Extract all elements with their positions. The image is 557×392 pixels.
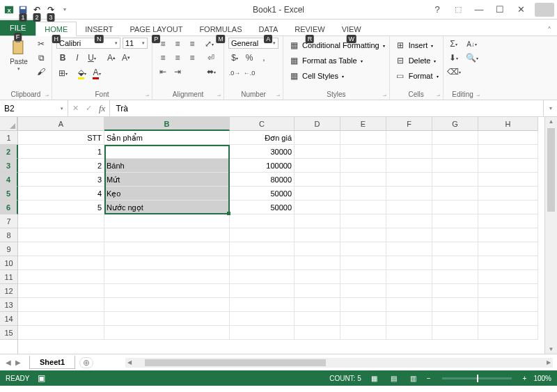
- horizontal-scrollbar[interactable]: ◀ ▶: [125, 358, 553, 368]
- page-layout-view-icon[interactable]: ▤: [388, 373, 400, 383]
- cell-G7[interactable]: [432, 214, 478, 228]
- row-header-8[interactable]: 8: [0, 228, 17, 242]
- row-header-11[interactable]: 11: [0, 270, 17, 284]
- increase-font-icon[interactable]: A▴: [105, 52, 118, 64]
- cell-H7[interactable]: [478, 214, 538, 228]
- cell-H2[interactable]: [478, 145, 538, 159]
- cell-D9[interactable]: [295, 242, 340, 256]
- bold-button[interactable]: B: [56, 52, 69, 64]
- maximize-icon[interactable]: ☐: [490, 3, 510, 17]
- add-sheet-icon[interactable]: ⊕: [79, 357, 93, 368]
- cell-B11[interactable]: [104, 270, 230, 284]
- cell-C6[interactable]: 50000: [230, 201, 295, 214]
- row-header-7[interactable]: 7: [0, 214, 17, 228]
- row-header-9[interactable]: 9: [0, 242, 17, 256]
- save-icon[interactable]: 1: [17, 3, 29, 16]
- expand-formula-bar-icon[interactable]: ▾: [543, 100, 557, 116]
- row-header-15[interactable]: 15: [0, 326, 17, 340]
- cell-G14[interactable]: [432, 312, 478, 326]
- increase-decimal-icon[interactable]: .0→: [228, 67, 241, 79]
- cell-E3[interactable]: [340, 159, 386, 173]
- cell-D3[interactable]: [295, 159, 340, 173]
- row-header-10[interactable]: 10: [0, 256, 17, 270]
- cell-H11[interactable]: [478, 270, 538, 284]
- cell-D4[interactable]: [295, 173, 340, 187]
- cell-G2[interactable]: [432, 145, 478, 159]
- find-select-icon[interactable]: 🔍▾: [466, 52, 478, 64]
- cell-H3[interactable]: [478, 159, 538, 173]
- cell-D8[interactable]: [295, 228, 340, 242]
- cut-icon[interactable]: ✂: [35, 38, 47, 50]
- cell-E4[interactable]: [340, 173, 386, 187]
- cell-B2[interactable]: Trà: [104, 145, 230, 159]
- cell-E8[interactable]: [340, 228, 386, 242]
- autosum-icon[interactable]: Σ▾: [448, 38, 460, 50]
- cell-H13[interactable]: [478, 298, 538, 312]
- cell-C9[interactable]: [230, 242, 295, 256]
- cell-C4[interactable]: 80000: [230, 173, 295, 187]
- scroll-thumb[interactable]: [145, 359, 326, 366]
- cell-B14[interactable]: [104, 312, 230, 326]
- cell-H12[interactable]: [478, 284, 538, 298]
- cell-B6[interactable]: Nước ngọt: [104, 201, 230, 214]
- cell-H15[interactable]: [478, 326, 538, 340]
- cell-F11[interactable]: [386, 270, 432, 284]
- column-header-G[interactable]: G: [432, 117, 478, 131]
- cell-H9[interactable]: [478, 242, 538, 256]
- cell-C14[interactable]: [230, 312, 295, 326]
- cell-F7[interactable]: [386, 214, 432, 228]
- cell-E11[interactable]: [340, 270, 386, 284]
- cell-D6[interactable]: [295, 201, 340, 214]
- cell-F13[interactable]: [386, 298, 432, 312]
- cell-A7[interactable]: [18, 214, 104, 228]
- cell-E10[interactable]: [340, 256, 386, 270]
- enter-formula-icon[interactable]: ✓: [86, 104, 92, 113]
- cell-E13[interactable]: [340, 298, 386, 312]
- row-header-14[interactable]: 14: [0, 312, 17, 326]
- cell-A15[interactable]: [18, 326, 104, 340]
- cell-G11[interactable]: [432, 270, 478, 284]
- cell-D5[interactable]: [295, 187, 340, 201]
- cell-H4[interactable]: [478, 173, 538, 187]
- tab-file[interactable]: FILEF: [0, 20, 36, 36]
- cell-G5[interactable]: [432, 187, 478, 201]
- cell-G12[interactable]: [432, 284, 478, 298]
- cell-D7[interactable]: [295, 214, 340, 228]
- cell-C15[interactable]: [230, 326, 295, 340]
- column-header-C[interactable]: C: [230, 117, 295, 131]
- currency-icon[interactable]: $▾: [228, 52, 241, 64]
- cell-B3[interactable]: Bánh: [104, 159, 230, 173]
- cell-A10[interactable]: [18, 256, 104, 270]
- row-header-12[interactable]: 12: [0, 284, 17, 298]
- sheet-nav-prev-icon[interactable]: ◀: [6, 359, 11, 366]
- borders-icon[interactable]: ⊞▾: [56, 67, 69, 79]
- column-header-D[interactable]: D: [295, 117, 340, 131]
- cell-A9[interactable]: [18, 242, 104, 256]
- italic-button[interactable]: I: [71, 52, 84, 64]
- fill-color-icon[interactable]: ⬙▾: [76, 67, 88, 79]
- zoom-level[interactable]: 100%: [533, 375, 551, 382]
- cell-E12[interactable]: [340, 284, 386, 298]
- cell-A1[interactable]: STT: [18, 131, 104, 145]
- cell-E2[interactable]: [340, 145, 386, 159]
- align-center-icon[interactable]: ≡: [171, 52, 184, 64]
- cell-D15[interactable]: [295, 326, 340, 340]
- cell-F4[interactable]: [386, 173, 432, 187]
- zoom-out-icon[interactable]: −: [427, 375, 431, 382]
- cell-F12[interactable]: [386, 284, 432, 298]
- cell-B4[interactable]: Mứt: [104, 173, 230, 187]
- font-size-dropdown[interactable]: 11▾: [123, 38, 148, 49]
- ribbon-display-icon[interactable]: ⬚: [448, 3, 468, 17]
- tab-view[interactable]: VIEWW: [334, 22, 370, 36]
- tab-review[interactable]: REVIEWR: [286, 22, 333, 36]
- merge-center-icon[interactable]: ⬌▾: [203, 65, 219, 78]
- column-header-E[interactable]: E: [340, 117, 386, 131]
- row-header-6[interactable]: 6: [0, 201, 18, 214]
- cell-B15[interactable]: [104, 326, 230, 340]
- scroll-left-icon[interactable]: ◀: [125, 359, 134, 366]
- tab-home[interactable]: HOMEH: [36, 22, 77, 36]
- page-break-view-icon[interactable]: ▥: [407, 373, 420, 383]
- row-header-13[interactable]: 13: [0, 298, 17, 312]
- sheet-nav-next-icon[interactable]: ▶: [15, 359, 21, 366]
- cell-G1[interactable]: [432, 131, 478, 145]
